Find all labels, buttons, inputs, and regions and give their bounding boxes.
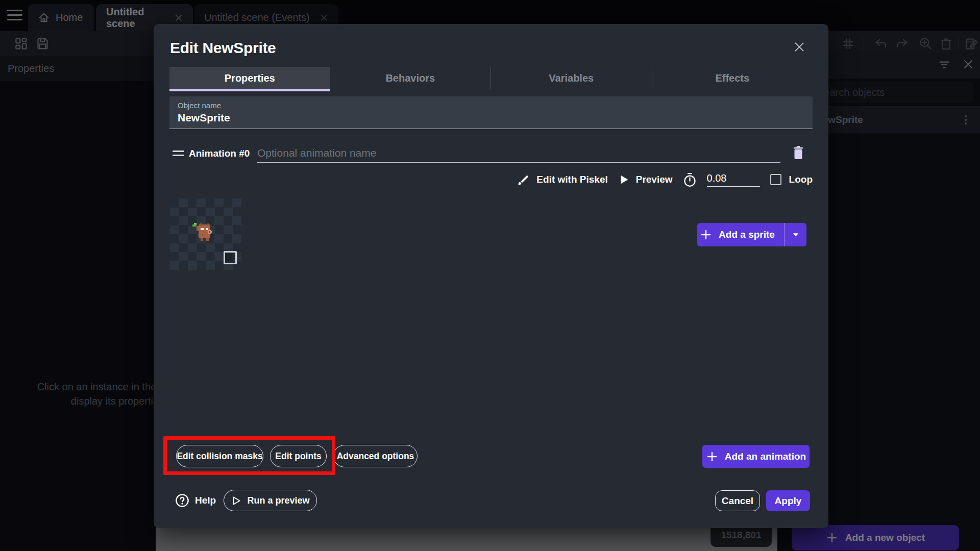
drag-handle-icon[interactable]: [173, 151, 184, 159]
help-label[interactable]: Help: [195, 495, 216, 506]
time-between-frames-input[interactable]: [707, 172, 760, 187]
frame-select-checkbox[interactable]: [224, 251, 237, 264]
animation-row: Animation #0: [154, 143, 828, 166]
loop-checkbox[interactable]: [770, 174, 781, 185]
dialog-tab-bar: Properties Behaviors Variables Effects: [169, 67, 813, 89]
dialog-close-icon[interactable]: [793, 40, 806, 54]
gdevelop-app: Home Untitled scene Untitled scene (Even…: [0, 0, 980, 551]
help-icon[interactable]: [175, 493, 189, 508]
add-sprite-button[interactable]: Add a sprite: [697, 223, 806, 246]
run-a-preview-button[interactable]: Run a preview: [224, 490, 317, 511]
paintbrush-icon: [517, 173, 530, 186]
edit-sprite-dialog: Edit NewSprite Properties Behaviors Vari…: [154, 24, 828, 528]
sprite-edit-buttons-row: Edit collision masks Edit points Advance…: [176, 445, 418, 467]
advanced-options-button[interactable]: Advanced options: [333, 445, 418, 467]
chevron-down-icon: [791, 230, 800, 239]
animation-label: Animation #0: [189, 148, 250, 159]
play-outline-icon: [231, 495, 241, 506]
add-animation-button[interactable]: Add an animation: [702, 445, 810, 468]
animation-tools-row: Edit with Piskel Preview Loop: [517, 168, 813, 191]
tab-behaviors[interactable]: Behaviors: [330, 67, 491, 89]
plus-icon: [700, 229, 712, 241]
add-animation-label: Add an animation: [725, 451, 806, 462]
object-name-field[interactable]: Object name: [169, 96, 813, 129]
add-sprite-dropdown[interactable]: [784, 223, 806, 246]
animation-name-input[interactable]: [257, 143, 780, 163]
edit-points-button[interactable]: Edit points: [270, 445, 327, 467]
apply-button[interactable]: Apply: [766, 490, 810, 511]
edit-collision-masks-button[interactable]: Edit collision masks: [176, 445, 263, 467]
loop-toggle[interactable]: Loop: [770, 174, 813, 185]
delete-animation-icon[interactable]: [792, 145, 806, 161]
preview-button[interactable]: Preview: [618, 174, 673, 185]
edit-with-piskel-button[interactable]: Edit with Piskel: [517, 173, 607, 186]
dialog-title: Edit NewSprite: [170, 39, 276, 57]
play-icon: [618, 174, 629, 185]
cancel-button[interactable]: Cancel: [715, 490, 760, 511]
plus-icon: [706, 450, 718, 463]
tab-properties[interactable]: Properties: [169, 67, 330, 89]
tab-variables[interactable]: Variables: [491, 67, 652, 89]
timer-icon: [683, 172, 697, 187]
pig-sprite-image: [189, 218, 222, 251]
object-name-label: Object name: [178, 101, 221, 110]
object-name-input[interactable]: [178, 112, 790, 124]
sprite-frame-thumbnail[interactable]: [170, 198, 241, 270]
tab-effects[interactable]: Effects: [652, 67, 813, 89]
add-sprite-label: Add a sprite: [719, 229, 775, 240]
